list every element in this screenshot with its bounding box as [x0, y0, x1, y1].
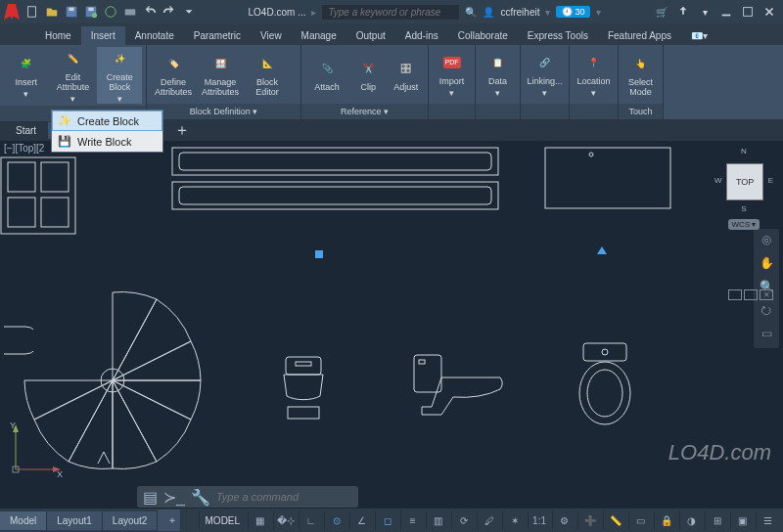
annoscale-icon[interactable]: 🖊 [477, 510, 500, 530]
help-dropdown-icon[interactable]: ▾ [695, 3, 714, 21]
dd-create-block[interactable]: ✨Create Block [52, 111, 162, 131]
command-input[interactable] [216, 491, 352, 503]
data-button[interactable]: 📋Data▾ [480, 51, 516, 98]
lock-icon[interactable]: 🔒 [654, 510, 677, 530]
cmd-customize-icon[interactable]: 🔧 [191, 488, 210, 507]
panel-reference-title[interactable]: Reference ▾ [301, 104, 428, 119]
cmd-history-icon[interactable]: ▤ [143, 488, 158, 507]
qat-dropdown-icon[interactable] [180, 3, 198, 21]
clip-button[interactable]: ✂️Clip [350, 57, 386, 92]
create-block-button[interactable]: ✨Create Block▾ [97, 47, 142, 104]
app-logo[interactable] [4, 4, 20, 20]
steering-wheel-icon[interactable]: ◎ [758, 233, 775, 250]
ortho-icon[interactable]: ∟ [299, 510, 322, 530]
linking-button[interactable]: 🔗Linking...▾ [525, 51, 565, 98]
import-button[interactable]: PDFImport▾ [433, 51, 471, 98]
layout-tab-1[interactable]: Layout1 [47, 511, 103, 530]
grid-icon[interactable]: ▦ [248, 510, 271, 530]
attach-button[interactable]: 📎Attach [305, 57, 348, 92]
dd-write-block[interactable]: 💾Write Block [52, 131, 162, 152]
transparency-icon[interactable]: ▥ [426, 510, 449, 530]
tab-addins[interactable]: Add-ins [395, 26, 448, 45]
saveas-icon[interactable] [82, 3, 100, 21]
status-model[interactable]: MODEL [199, 510, 247, 530]
vp-maximize-icon[interactable] [744, 289, 758, 300]
insert-button[interactable]: 🧩Insert▾ [4, 52, 49, 99]
isodraft-icon[interactable]: ∠ [349, 510, 373, 530]
undo-icon[interactable] [141, 3, 159, 21]
web-icon[interactable] [102, 3, 119, 21]
tab-output[interactable]: Output [346, 26, 395, 45]
save-icon[interactable] [63, 3, 80, 21]
layout-tab-model[interactable]: Model [0, 511, 47, 530]
edit-attribute-button[interactable]: ✏️Edit Attribute▾ [51, 47, 96, 104]
isolate-icon[interactable]: ◑ [679, 510, 703, 530]
cart-icon[interactable]: 🛒 [652, 3, 671, 21]
viewport-controls[interactable]: [−][Top][2 [4, 143, 44, 154]
snap-icon[interactable]: �⊹ [273, 510, 297, 530]
viewcube[interactable]: N W TOP E S WCS ▾ [714, 147, 773, 231]
vp-close-icon[interactable]: ✕ [760, 289, 773, 300]
workspace-icon[interactable]: ⚙ [552, 510, 576, 530]
user-icon[interactable]: 👤 [483, 7, 494, 18]
tab-annotate[interactable]: Annotate [125, 26, 184, 45]
tab-home[interactable]: Home [35, 26, 81, 45]
grip-marker[interactable] [315, 250, 323, 258]
minimize-icon[interactable] [716, 3, 736, 21]
annomon-icon[interactable]: ➕ [577, 510, 601, 530]
manage-attributes-button[interactable]: 🪟Manage Attributes [198, 52, 243, 97]
pan-icon[interactable]: ✋ [758, 256, 775, 274]
cycling-icon[interactable]: ⟳ [451, 510, 475, 530]
search-icon[interactable]: 🔍 [465, 7, 477, 18]
lineweight-icon[interactable]: ≡ [400, 510, 424, 530]
open-icon[interactable] [43, 3, 61, 21]
tab-express[interactable]: Express Tools [518, 26, 598, 45]
trial-badge[interactable]: 🕘 30 [556, 6, 590, 18]
drawing-canvas[interactable]: [−][Top][2 ✕ N W TOP E S WCS ▾ ◎ ✋ [0, 141, 783, 485]
tab-manage[interactable]: Manage [292, 26, 346, 45]
polar-icon[interactable]: ⊙ [324, 510, 347, 530]
doctab-start[interactable]: Start [8, 122, 44, 139]
viewcube-face[interactable]: TOP [726, 163, 763, 200]
showmotion-icon[interactable]: ▭ [758, 327, 775, 344]
units-icon[interactable]: 📏 [603, 510, 626, 530]
tri-marker[interactable] [597, 246, 607, 254]
command-line[interactable]: ▤ ≻_ 🔧 [137, 486, 358, 508]
new-icon[interactable] [23, 3, 41, 21]
tab-overflow-icon[interactable]: 📧▾ [681, 26, 717, 45]
cleanscreen-icon[interactable]: ▣ [730, 510, 754, 530]
orbit-icon[interactable]: ⭮ [758, 303, 775, 321]
tab-collaborate[interactable]: Collaborate [448, 26, 518, 45]
quickprops-icon[interactable]: ▭ [628, 510, 652, 530]
osnap-icon[interactable]: ◻ [375, 510, 398, 530]
status-scale[interactable]: 1:1 [528, 510, 550, 530]
redo-icon[interactable] [161, 3, 178, 21]
layout-tab-2[interactable]: Layout2 [103, 511, 159, 530]
custom-icon[interactable]: ☰ [756, 510, 779, 530]
svg-rect-14 [41, 198, 69, 227]
tab-parametric[interactable]: Parametric [184, 26, 251, 45]
vp-minimize-icon[interactable] [728, 289, 742, 300]
svg-rect-26 [419, 360, 425, 364]
username[interactable]: ccfreiheit [500, 7, 539, 18]
location-button[interactable]: 📍Location▾ [574, 51, 614, 98]
plot-icon[interactable] [121, 3, 139, 21]
doctab-add-icon[interactable]: ＋ [166, 120, 198, 141]
define-attributes-button[interactable]: 🏷️Define Attributes [151, 52, 196, 97]
share-icon[interactable] [673, 3, 693, 21]
svg-rect-18 [179, 187, 491, 204]
window-title: LO4D.com ... [249, 7, 306, 18]
panel-blockdef-title[interactable]: Block Definition ▾ [147, 104, 300, 119]
hardware-icon[interactable]: ⊞ [705, 510, 728, 530]
maximize-icon[interactable] [738, 3, 758, 21]
layout-add-icon[interactable]: ＋ [158, 510, 181, 531]
adjust-button[interactable]: 🎛️Adjust [389, 57, 424, 92]
tab-insert[interactable]: Insert [81, 26, 125, 45]
select-mode-button[interactable]: 👆Select Mode [622, 52, 659, 97]
block-editor-button[interactable]: 📐Block Editor [245, 52, 290, 97]
tab-view[interactable]: View [251, 26, 292, 45]
close-icon[interactable] [760, 3, 779, 21]
search-input[interactable] [322, 5, 459, 20]
tab-featured[interactable]: Featured Apps [598, 26, 681, 45]
annostar-icon[interactable]: ✶ [502, 510, 526, 530]
